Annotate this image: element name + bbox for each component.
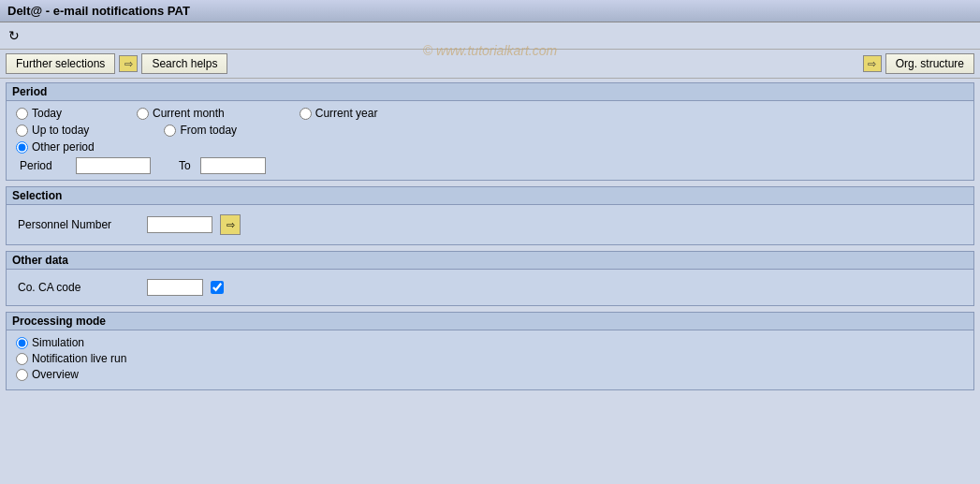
up-to-today-option: Up to today — [16, 124, 89, 137]
from-today-option: From today — [164, 124, 237, 137]
period-row-2: Up to today From today — [16, 124, 964, 137]
from-today-label[interactable]: From today — [180, 124, 237, 137]
period-field-label: Period — [20, 159, 66, 172]
to-label: To — [179, 159, 191, 172]
from-today-radio[interactable] — [164, 125, 176, 137]
other-data-section-title: Other data — [7, 252, 973, 270]
personnel-number-row: Personnel Number ⇨ — [16, 211, 964, 239]
co-ca-code-input[interactable] — [147, 279, 203, 296]
current-month-option: Current month — [137, 107, 225, 120]
arrow1-icon[interactable]: ⇨ — [119, 55, 138, 72]
period-row-3: Other period — [16, 140, 964, 154]
current-year-label[interactable]: Current year — [315, 107, 378, 120]
current-month-label[interactable]: Current month — [153, 107, 225, 120]
arrow2-icon[interactable]: ⇨ — [863, 55, 882, 72]
period-section-title: Period — [7, 83, 973, 101]
other-period-label[interactable]: Other period — [32, 140, 95, 154]
simulation-label[interactable]: Simulation — [32, 336, 84, 349]
overview-label[interactable]: Overview — [32, 368, 79, 381]
personnel-number-label: Personnel Number — [18, 218, 139, 231]
period-input-row: Period To — [16, 157, 964, 174]
search-helps-button[interactable]: Search helps — [141, 53, 227, 74]
other-data-section: Other data Co. CA code — [6, 251, 974, 306]
nav-bar: Further selections ⇨ Search helps ⇨ Org.… — [0, 50, 980, 79]
other-data-section-content: Co. CA code — [7, 270, 973, 305]
up-to-today-radio[interactable] — [16, 125, 28, 137]
period-section: Period Today Current month Current year — [6, 82, 974, 181]
main-content: Period Today Current month Current year — [0, 79, 980, 478]
today-label[interactable]: Today — [32, 107, 62, 120]
period-row-1: Today Current month Current year — [16, 107, 964, 120]
other-period-option: Other period — [16, 140, 95, 154]
notification-live-run-radio[interactable] — [16, 353, 28, 365]
overview-option: Overview — [16, 368, 964, 381]
toolbar: ↻ — [0, 22, 980, 50]
up-to-today-label[interactable]: Up to today — [32, 124, 89, 137]
processing-mode-section-title: Processing mode — [7, 313, 973, 330]
period-section-content: Today Current month Current year Up to t… — [7, 101, 973, 180]
window-title: Delt@ - e-mail notifications PAT — [7, 4, 190, 18]
toolbar-icon[interactable]: ↻ — [4, 25, 24, 46]
simulation-radio[interactable] — [16, 337, 28, 349]
selection-section-content: Personnel Number ⇨ — [7, 205, 973, 244]
processing-mode-section: Processing mode Simulation Notification … — [6, 312, 974, 390]
current-year-option: Current year — [300, 107, 378, 120]
selection-section-title: Selection — [7, 187, 973, 205]
personnel-number-input[interactable] — [147, 216, 212, 233]
co-ca-code-checkbox[interactable] — [211, 281, 224, 294]
co-ca-code-row: Co. CA code — [16, 275, 964, 300]
simulation-option: Simulation — [16, 336, 964, 349]
current-month-radio[interactable] — [137, 108, 149, 120]
further-selections-button[interactable]: Further selections — [6, 53, 115, 74]
notification-live-run-label[interactable]: Notification live run — [32, 352, 126, 365]
period-to-input[interactable] — [200, 157, 266, 174]
selection-section: Selection Personnel Number ⇨ — [6, 186, 974, 245]
title-bar: Delt@ - e-mail notifications PAT — [0, 0, 980, 22]
org-structure-button[interactable]: Org. structure — [885, 53, 974, 74]
current-year-radio[interactable] — [300, 108, 312, 120]
other-period-radio[interactable] — [16, 141, 28, 154]
overview-radio[interactable] — [16, 369, 28, 381]
notification-live-run-option: Notification live run — [16, 352, 964, 365]
today-radio[interactable] — [16, 108, 28, 120]
today-option: Today — [16, 107, 62, 120]
co-ca-code-label: Co. CA code — [18, 281, 139, 294]
personnel-number-arrow-button[interactable]: ⇨ — [220, 214, 241, 235]
processing-mode-content: Simulation Notification live run Overvie… — [7, 330, 973, 389]
period-from-input[interactable] — [76, 157, 151, 174]
